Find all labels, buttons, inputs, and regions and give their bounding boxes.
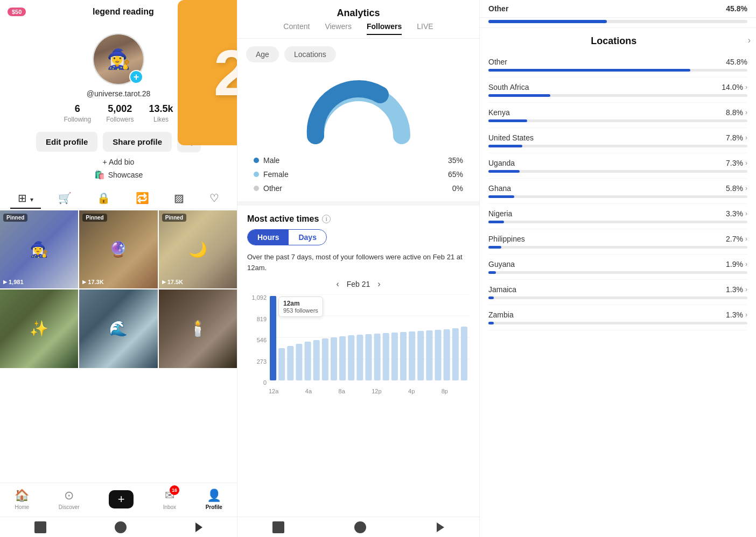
loc-item-ghana[interactable]: Ghana 5.8% ›: [488, 179, 747, 204]
info-icon[interactable]: i: [322, 215, 331, 223]
loc-uganda-bar: [488, 170, 747, 173]
sys-back-btn[interactable]: [195, 522, 202, 532]
bar-21: [452, 328, 459, 380]
grid-thumb-4: 🌊: [79, 289, 157, 368]
analytics-sys-circle[interactable]: [354, 521, 366, 533]
stat-following[interactable]: 6 Following: [64, 103, 91, 123]
stat-likes[interactable]: 13.5k Likes: [149, 103, 173, 123]
bar-5: [313, 340, 320, 380]
loc-us-name: United States: [488, 133, 534, 142]
stat-followers[interactable]: 5,002 Followers: [106, 103, 134, 123]
loc-sa-arrow: ›: [745, 83, 747, 91]
loc-other-bar-bg: [488, 20, 747, 23]
bar-1: [278, 348, 285, 380]
nav-liked[interactable]: ♡: [202, 187, 227, 209]
time-tab-days[interactable]: Days: [289, 230, 326, 245]
loc-item-kenya[interactable]: Kenya 8.8% ›: [488, 103, 747, 128]
loc-nigeria-pct: 3.3% ›: [726, 209, 747, 218]
loc-item-us[interactable]: United States 7.8% ›: [488, 128, 747, 153]
active-times-section: Most active times i Hours Days Over the …: [237, 206, 479, 399]
loc-item-south-africa[interactable]: South Africa 14.0% ›: [488, 77, 747, 103]
tab-followers[interactable]: Followers: [367, 22, 402, 35]
locations-chevron[interactable]: ›: [748, 36, 751, 45]
grid-item-2[interactable]: 🌙 Pinned ▶ 17.5K: [159, 210, 237, 288]
showcase-label: Showcase: [108, 171, 143, 179]
add-bio-link[interactable]: + Add bio: [103, 158, 135, 166]
analytics-sys-square[interactable]: [272, 521, 284, 533]
grid-item-1[interactable]: 🔮 Pinned ▶ 17.3K: [79, 210, 157, 288]
sys-circle-btn[interactable]: [115, 521, 127, 533]
gender-legend: Male 35% Female 65% Other 0%: [237, 152, 479, 201]
loc-jamaica-fill: [488, 296, 494, 299]
likes-count: 13.5k: [149, 103, 173, 115]
locations-title-text: Locations: [591, 36, 636, 46]
edit-profile-button[interactable]: Edit profile: [36, 132, 97, 152]
loc-item-jamaica[interactable]: Jamaica 1.3% ›: [488, 280, 747, 305]
bottom-nav: 🏠 Home ⊙ Discover + ✉ 16 Inbox 👤 Profile: [0, 483, 237, 515]
nav-home[interactable]: 🏠 Home: [15, 489, 29, 510]
legend-male-group: Male: [254, 156, 279, 165]
bar-13: [383, 333, 389, 380]
tooltip-time: 12am: [283, 300, 318, 307]
tab-live[interactable]: LIVE: [417, 22, 433, 35]
bar-10: [356, 335, 363, 380]
loc-other-header-pct: 45.8%: [726, 4, 747, 13]
loc-us-pct: 7.8% ›: [726, 133, 747, 142]
nav-inbox[interactable]: ✉ 16 Inbox: [163, 489, 176, 510]
loc-kenya-top: Kenya 8.8% ›: [488, 108, 747, 117]
y-label-1092: 1,092: [251, 294, 267, 301]
loc-guyana-arrow: ›: [745, 260, 747, 268]
loc-item-nigeria[interactable]: Nigeria 3.3% ›: [488, 204, 747, 229]
date-prev-button[interactable]: ‹: [336, 279, 339, 289]
showcase-row[interactable]: 🛍️ Showcase: [94, 169, 143, 180]
subtab-age[interactable]: Age: [246, 46, 279, 62]
share-profile-button[interactable]: Share profile: [103, 132, 172, 152]
avatar-add-button[interactable]: +: [129, 70, 143, 84]
grid-item-5[interactable]: 🕯️: [159, 289, 237, 368]
loc-nigeria-arrow: ›: [745, 210, 747, 217]
nav-profile[interactable]: 👤 Profile: [206, 489, 222, 510]
loc-item-zambia[interactable]: Zambia 1.3% ›: [488, 305, 747, 330]
time-tab-hours[interactable]: Hours: [248, 230, 289, 245]
likes-label: Likes: [153, 116, 169, 123]
loc-sa-fill: [488, 94, 550, 97]
legend-male-row: Male 35%: [254, 156, 463, 165]
tab-viewers[interactable]: Viewers: [325, 22, 352, 35]
nav-create[interactable]: +: [109, 490, 134, 508]
tab-content[interactable]: Content: [283, 22, 310, 35]
x-label-8a: 8a: [339, 388, 345, 394]
date-label: Feb 21: [347, 280, 370, 288]
grid-item-3[interactable]: ✨: [0, 289, 78, 368]
nav-repost[interactable]: 🔁: [128, 187, 157, 209]
grid-thumb-5: 🕯️: [159, 289, 237, 368]
active-desc: Over the past 7 days, most of your follo…: [247, 252, 470, 273]
loc-us-top: United States 7.8% ›: [488, 133, 747, 142]
create-button[interactable]: +: [109, 490, 134, 508]
analytics-sys-back[interactable]: [437, 522, 444, 532]
grid-item-0[interactable]: 🧙‍♀️ Pinned ▶ 1,981: [0, 210, 78, 288]
legend-other-group: Other: [254, 184, 282, 193]
nav-discover[interactable]: ⊙ Discover: [59, 489, 80, 510]
loc-item-philippines[interactable]: Philippines 2.7% ›: [488, 229, 747, 255]
subtab-locations[interactable]: Locations: [284, 46, 336, 62]
sys-square-btn[interactable]: [34, 521, 46, 533]
nav-grid-view[interactable]: ⊞ ▾: [10, 187, 41, 209]
x-label-12a: 12a: [269, 388, 278, 394]
nav-shop[interactable]: 🛒: [51, 187, 79, 209]
x-label-12p: 12p: [372, 388, 381, 394]
followers-count: 5,002: [108, 103, 132, 115]
grid-item-4[interactable]: 🌊: [79, 289, 157, 368]
nav-slideshow[interactable]: ▨: [166, 187, 192, 209]
loc-zambia-pct: 1.3% ›: [726, 310, 747, 319]
analytics-title: Analytics: [237, 0, 479, 22]
loc-other-bar-fill: [488, 20, 607, 23]
bar-14: [391, 333, 398, 380]
loc-item-uganda[interactable]: Uganda 7.3% ›: [488, 153, 747, 179]
loc-item-guyana[interactable]: Guyana 1.9% ›: [488, 255, 747, 280]
grid-thumb-2: 🌙: [159, 210, 237, 288]
loc-guyana-pct: 1.9% ›: [726, 260, 747, 268]
bar-12: [374, 334, 381, 380]
nav-lock[interactable]: 🔒: [89, 187, 118, 209]
date-next-button[interactable]: ›: [377, 279, 380, 289]
loc-ghana-top: Ghana 5.8% ›: [488, 184, 747, 193]
